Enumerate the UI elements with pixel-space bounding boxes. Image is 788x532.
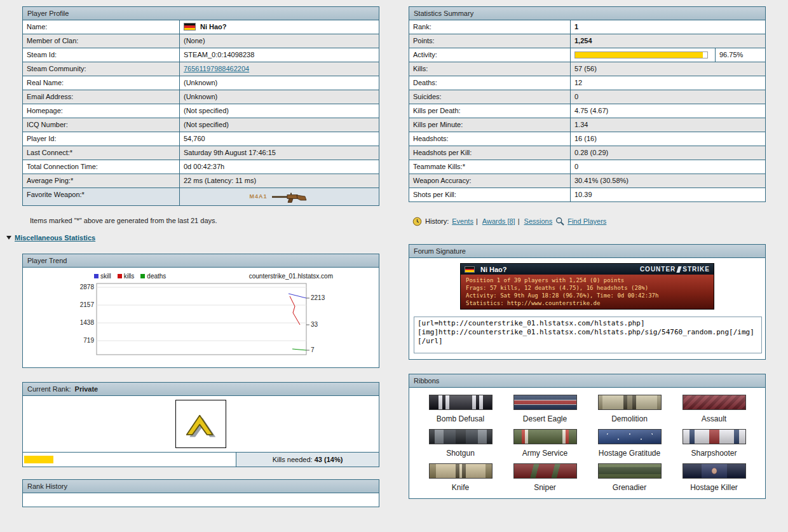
cs-soldier-glyph: [677, 266, 682, 273]
right-label-skill: 2213: [311, 294, 325, 301]
player-trend-title: Player Trend: [23, 254, 379, 268]
row-kills-per-death: Kills per Death: 4.75 (4.67): [409, 104, 765, 118]
history-link[interactable]: Sessions: [524, 217, 553, 225]
counter-strike-logo: COUNTERSTRIKE: [640, 266, 710, 273]
row-player-id: Player Id: 54,760: [23, 132, 379, 146]
activity-percent: 96.75%: [715, 48, 765, 62]
cs-logo-left: COUNTER: [640, 266, 676, 273]
sig-line: Position 1 of 39 players with 1,254 (0) …: [466, 276, 709, 284]
row-suicides: Suicides: 0: [409, 90, 765, 104]
kills-needed-label: Kills needed:: [273, 456, 313, 463]
bbcode-textarea[interactable]: [url=http://counterstrike_01.hlstatsx.co…: [414, 317, 762, 353]
ribbon-image: [598, 463, 662, 479]
m4a1-weapon-icon: [271, 191, 309, 203]
ribbon-item: Army Service: [513, 429, 577, 458]
ribbon-item: Hostage Gratitude: [598, 429, 662, 458]
right-label-deaths: 7: [311, 346, 315, 353]
ribbon-image: [683, 395, 746, 410]
ribbon-name: Sharpshooter: [683, 449, 746, 458]
rank-progress-fill: [24, 456, 53, 463]
statistics-summary-table: Rank: 1 Points: 1,254 Activity: 96.75%: [409, 20, 765, 201]
ribbon-item: Shotgun: [429, 429, 492, 458]
right-label-kills: 33: [311, 321, 318, 328]
row-icq: ICQ Number: (Not specified): [23, 118, 379, 132]
row-steam-id: Steam Id: STEAM_0:0:14098238: [23, 48, 379, 62]
ribbon-item: Desert Eagle: [513, 395, 577, 423]
row-headshots: Headshots: 16 (16): [409, 132, 765, 146]
row-favorite-weapon: Favorite Weapon:* M4A1: [23, 188, 379, 205]
weapon-name-label: M4A1: [249, 193, 267, 201]
history-bar: History: Events Awards [8] Sessions Find…: [409, 215, 766, 227]
ribbon-image: [598, 395, 662, 410]
ribbon-name: Shotgun: [429, 449, 492, 458]
legend-item: kills: [118, 273, 135, 280]
current-rank-panel: Current Rank: Private Kills needed: 43 (: [22, 382, 379, 467]
germany-flag-icon: [184, 23, 196, 31]
activity-bar-fill: [575, 52, 703, 58]
find-players-icon: [555, 217, 564, 226]
asterisk-note: Items marked "*" above are generated fro…: [30, 217, 379, 224]
player-name: Ni Hao?: [200, 23, 227, 31]
ribbon-name: Bomb Defusal: [429, 414, 492, 423]
row-clan: Member of Clan: (None): [23, 34, 379, 48]
row-last-connect: Last Connect:* Saturday 9th August 17:46…: [23, 146, 379, 160]
legend-swatch: [118, 274, 122, 278]
y-tick-2: 1438: [80, 319, 95, 326]
y-tick-3: 719: [83, 337, 94, 344]
statistics-summary-panel: Statistics Summary Rank: 1 Points: 1,254…: [409, 6, 766, 202]
ribbon-name: Assault: [683, 414, 746, 423]
left-column: Player Profile Name: Ni Hao? Member of C…: [22, 6, 379, 507]
ribbon-name: Demolition: [598, 414, 662, 423]
player-profile-title: Player Profile: [23, 7, 379, 20]
history-link[interactable]: Awards [8]: [482, 217, 515, 225]
chart-legend: skill kills deaths: [94, 273, 166, 280]
row-total-connection-time: Total Connection Time: 0d 00:42:37h: [23, 160, 379, 174]
sig-line: Activity: Sat 9th Aug 18:28 (96.76%), Ti…: [466, 292, 709, 299]
legend-swatch: [94, 274, 98, 278]
ribbon-name: Grenadier: [598, 483, 662, 492]
row-kills: Kills: 57 (56): [409, 62, 765, 76]
sig-line: Statistics: http://www.counterstrike.de: [466, 299, 709, 307]
row-headshots-per-kill: Headshots per Kill: 0.28 (0.29): [409, 146, 765, 160]
ribbon-image: [683, 429, 746, 444]
ribbon-item: Bomb Defusal: [429, 395, 492, 423]
misc-statistics-toggle[interactable]: Miscellaneous Statistics: [6, 234, 379, 242]
history-link[interactable]: Events: [452, 217, 473, 225]
trend-chart: skill kills deaths: [23, 268, 379, 367]
row-deaths: Deaths: 12: [409, 76, 765, 90]
ribbon-item: Sniper: [513, 463, 577, 492]
row-activity: Activity: 96.75%: [409, 48, 765, 62]
legend-label: kills: [124, 273, 135, 280]
row-average-ping: Average Ping:* 22 ms (Latency: 11 ms): [23, 174, 379, 188]
ribbon-name: Army Service: [513, 449, 577, 458]
ribbon-item: Demolition: [598, 395, 662, 423]
rank-insignia-image: [175, 400, 226, 448]
steam-community-link[interactable]: 76561197988462204: [184, 65, 249, 72]
find-players-link[interactable]: Find Players: [567, 217, 606, 225]
germany-flag-icon: [465, 266, 475, 273]
ribbon-image: [429, 429, 492, 444]
sig-line: Frags: 57 kills, 12 deaths (4.75), 16 he…: [466, 284, 709, 292]
sig-player-name: Ni Hao?: [480, 266, 507, 273]
right-column: Statistics Summary Rank: 1 Points: 1,254…: [409, 6, 766, 499]
row-shots-per-kill: Shots per Kill: 10.39: [409, 188, 765, 201]
chart-title: counterstrike_01.hlstatsx.com: [249, 273, 333, 280]
history-label: History:: [425, 217, 449, 225]
forum-signature-panel: Forum Signature Ni Hao? COUNTERSTRIKE Po…: [409, 244, 766, 360]
signature-image: Ni Hao? COUNTERSTRIKE Position 1 of 39 p…: [460, 263, 714, 310]
statistics-summary-title: Statistics Summary: [409, 7, 765, 20]
trend-plot: 2878 2157 1438 719 2213 33 7: [70, 281, 343, 361]
ribbon-item: Grenadier: [598, 463, 662, 492]
player-trend-panel: Player Trend skill kills: [22, 254, 379, 368]
ribbon-item: Knife: [429, 463, 492, 492]
rank-history-title: Rank History: [23, 480, 379, 493]
forum-signature-title: Forum Signature: [409, 245, 765, 258]
current-rank-name: Private: [75, 385, 98, 393]
row-teammate-kills: Teammate Kills:* 0: [409, 160, 765, 174]
y-tick-1: 2157: [80, 301, 95, 308]
ribbon-item: Sharpshooter: [683, 429, 746, 458]
ribbons-panel: Ribbons Bomb Defusal Desert Eagle De: [409, 374, 766, 499]
ribbon-name: Knife: [429, 483, 492, 492]
misc-statistics-link[interactable]: Miscellaneous Statistics: [15, 234, 95, 242]
ribbon-name: Desert Eagle: [513, 414, 577, 423]
